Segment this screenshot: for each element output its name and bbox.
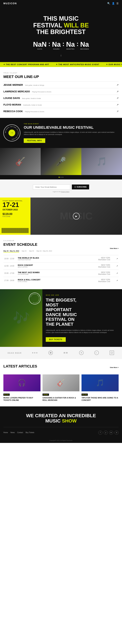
articles-view-more[interactable]: View More >	[110, 367, 118, 368]
email-input[interactable]	[33, 184, 70, 190]
schedule-artist-0: ASHTON PORTER	[18, 259, 76, 260]
sponsor-0: DEAD BEER	[8, 352, 22, 354]
schedule-event-3: ROCK & ROLL CONCERT	[18, 279, 76, 281]
dribbble-icon[interactable]: d	[114, 430, 118, 435]
linkedin-icon[interactable]: in	[109, 430, 113, 435]
footer-link-tickets[interactable]: Buy Tickets	[26, 432, 34, 434]
sponsor-4	[79, 350, 84, 356]
footer-link-contact[interactable]: Contact	[17, 432, 23, 434]
schedule-view-more[interactable]: View More >	[110, 248, 118, 249]
svg-text:+: +	[95, 352, 97, 354]
schedule-header: CALENDAR EVENT SCHEDULE View More >	[4, 240, 118, 249]
schedule-arrow-3[interactable]: ↗	[111, 277, 118, 284]
schedule-artist-1: BEN CARTER	[18, 266, 76, 268]
festival-title: OUR UNBELIEVABLE MUSIC FESTIVAL	[24, 126, 118, 130]
articles-header: LATEST ARTICLES View More >	[4, 364, 118, 371]
lineup-arrow-0[interactable]: ↗	[116, 84, 118, 86]
lineup-row[interactable]: JESSIE WERNER Solo guitar, Vocals & Stri…	[4, 82, 118, 88]
sponsor-icon-2	[48, 350, 53, 355]
schedule-arrow-0[interactable]: ↗	[111, 255, 118, 262]
articles-section: LATEST ARTICLES View More > 🎧 BLOG MUSIC…	[0, 359, 122, 406]
article-title-1: CHOOSING A GUITAR FOR A ROCK & ROLL MUSI…	[43, 396, 80, 402]
sponsor-5: +	[94, 350, 99, 356]
schedule-city-0: NEW YORK	[78, 257, 110, 259]
dot-1[interactable]	[59, 177, 60, 178]
dot-2[interactable]	[60, 177, 62, 178]
article-tag-2: BLOG	[81, 394, 88, 396]
ticket-card: Ticket Music Festival 17-21 OCTOBER 2022…	[0, 198, 31, 235]
about-title: THE BIGGEST, MOST IMPORTANT DANCE MUSIC …	[46, 298, 118, 327]
schedule-row-1: 12:00 - 14:00 ROCK CONCERT BEN CARTER NE…	[4, 262, 118, 270]
about-text: WHO WE ARE THE BIGGEST, MOST IMPORTANT D…	[42, 289, 122, 347]
lineup-row[interactable]: FLOYD MORAN Keyboards, Guitar & Vocals ↗	[4, 101, 118, 108]
subscribe-note: I agree to the Privacy Policy	[4, 191, 118, 192]
festival-circle: → BUY TICKETS · ONLY HERE · BUY TICKETS …	[4, 124, 20, 142]
countdown: NaN Days : Na Hours : Na Minutes : Na Se…	[4, 40, 118, 50]
article-card-2[interactable]: 🎵 BLOG TIPS FOR THOSE WHO ARE GOING TO A…	[81, 374, 118, 402]
schedule-venue-0: Manhattan Club	[78, 259, 110, 260]
schedule-event-0: THE WORLD OF BLUES	[18, 257, 76, 259]
schedule-date-3[interactable]: May 04 - May 05, 2022	[36, 250, 52, 252]
lineup-arrow-2[interactable]: ↗	[116, 97, 118, 100]
navbar-icons: 🔍 👤 ☰	[107, 2, 118, 5]
schedule-time-1: 12:00 - 14:00	[4, 262, 17, 270]
schedule-date-tabs: May 30 - May 31, 2022 Sep #2 Sep #3 May …	[4, 250, 118, 252]
festival-info-button[interactable]: Festival Info	[24, 138, 45, 143]
lineup-arrow-3[interactable]: ↗	[116, 103, 118, 106]
footer-link-home[interactable]: Home	[4, 432, 8, 434]
festival-info-section: → BUY TICKETS · ONLY HERE · BUY TICKETS …	[0, 118, 122, 148]
article-tag-1: NEWS	[43, 394, 49, 396]
lineup-arrow-1[interactable]: ↗	[116, 90, 118, 93]
buy-tickets-button[interactable]: Buy Tickets	[46, 337, 66, 342]
sponsors-section: DEAD BEER ★★★ ≋≋ +	[0, 347, 122, 359]
brand-logo[interactable]: MUZICON	[4, 2, 17, 5]
footer: WE CREATED AN INCREDIBLE MUSIC SHOW Home…	[0, 406, 122, 438]
sponsor-6	[109, 350, 114, 356]
gallery-item-3: 🎵	[81, 148, 122, 175]
hero-title: THIS MUSIC FESTIVAL WILL BE THE BRIGHTES…	[4, 15, 118, 35]
circle-text-svg: BUY TICKETS · ONLY HERE · BUY TICKETS · …	[4, 125, 20, 141]
twitter-icon[interactable]: y	[104, 430, 108, 435]
crowd-icon: 🎶	[13, 310, 30, 326]
musician-icon: 🎸	[57, 379, 65, 387]
schedule-arrow-1[interactable]: ↗	[111, 262, 118, 270]
schedule-date-1[interactable]: Sep #2	[22, 250, 27, 252]
search-icon[interactable]: 🔍	[107, 2, 110, 5]
festival-description: Adipiscing elit, sed do eiusmod tempor i…	[24, 131, 118, 136]
article-image-2: 🎵	[81, 374, 118, 391]
schedule-date-2[interactable]: Sep #3	[29, 250, 34, 252]
lineup-sublabel: TRUE TALENT	[4, 72, 118, 74]
lineup-arrow-4[interactable]: ↗	[116, 110, 118, 113]
schedule-city-3: NEW YORK	[78, 279, 110, 280]
schedule-arrow-2[interactable]: ↗	[111, 270, 118, 277]
article-card-1[interactable]: 🎸 NEWS CHOOSING A GUITAR FOR A ROCK & RO…	[43, 374, 80, 402]
subscribe-button[interactable]: ☐ Subscribe	[72, 184, 89, 190]
concert-crowd-icon: 🎵	[96, 379, 104, 387]
svg-point-10	[111, 352, 113, 354]
footer-link-news[interactable]: News	[11, 432, 15, 434]
schedule-artist-3: KATE SYKES	[18, 281, 76, 282]
privacy-link[interactable]: Privacy Policy	[61, 191, 69, 192]
ticker-inner: ✦ THE BEST CONCERT PROGRAM AND ART ✦ THE…	[0, 64, 122, 66]
lineup-row[interactable]: LAWRENCE MERCADO Playing Percussion & Dr…	[4, 88, 118, 95]
event-label: THE MAIN EVENT	[24, 123, 118, 125]
dot-3[interactable]	[62, 177, 63, 178]
schedule-artist-2: DYLAN BYRNE	[18, 274, 76, 275]
lineup-row[interactable]: REBECCA COOK Playing Percussion & Drums …	[4, 108, 118, 114]
checkbox-icon: ☐	[74, 186, 76, 188]
lineup-row[interactable]: LOUISE DAVIS Bass guitar, Vocals & Guita…	[4, 95, 118, 101]
scroll-down-icon[interactable]: ↓	[4, 54, 118, 57]
user-icon[interactable]: 👤	[112, 2, 115, 5]
dj-icon: 🎧	[18, 379, 26, 387]
article-image-1: 🎸	[43, 374, 80, 391]
schedule-row-0: 10:00 - 12:00 THE WORLD OF BLUES ASHTON …	[4, 255, 118, 262]
article-card-0[interactable]: 🎧 BLOG MUSIC LOVERS PREFER TO BUY TICKET…	[4, 374, 41, 402]
facebook-icon[interactable]: f	[98, 430, 102, 435]
svg-text:≋≋: ≋≋	[63, 352, 68, 354]
schedule-time-3: 17:00 - 19:00	[4, 277, 17, 284]
ticker-bar: ✦ THE BEST CONCERT PROGRAM AND ART ✦ THE…	[0, 62, 122, 67]
menu-icon[interactable]: ☰	[116, 2, 118, 5]
schedule-date-0[interactable]: May 30 - May 31, 2022	[4, 250, 19, 252]
sponsor-3: ≋≋	[63, 351, 68, 355]
articles-title: LATEST ARTICLES	[4, 364, 37, 368]
